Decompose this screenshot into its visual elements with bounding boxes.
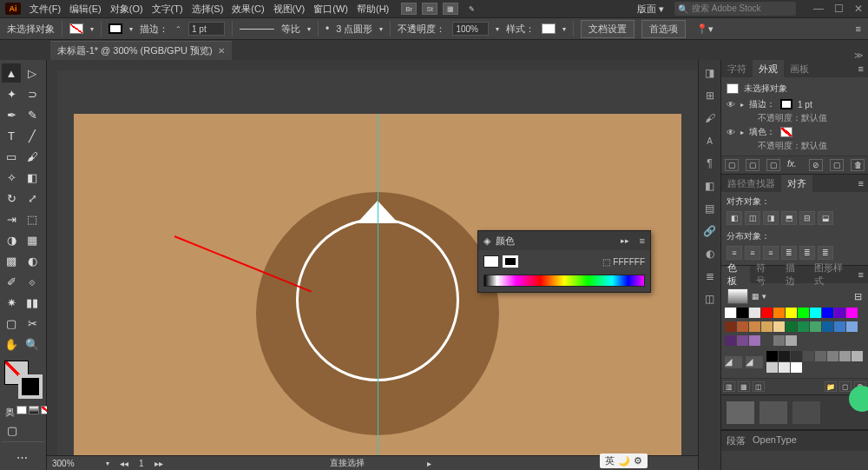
paragraph-icon[interactable]: ¶: [702, 156, 718, 171]
tab-swatches[interactable]: 色板: [721, 266, 750, 283]
swatch-color[interactable]: [737, 335, 748, 346]
swatch-color[interactable]: [725, 308, 736, 318]
menu-type[interactable]: 文字(T): [152, 3, 183, 16]
add-stroke-icon[interactable]: ▢: [746, 159, 760, 171]
artboard-nav-num[interactable]: 1: [139, 459, 144, 468]
swatch-color[interactable]: [810, 308, 821, 318]
menu-help[interactable]: 帮助(H): [357, 3, 389, 16]
swatch-color[interactable]: [852, 351, 863, 361]
width-tool-icon[interactable]: ⇥: [2, 209, 21, 228]
zoom-tool-icon[interactable]: 🔍: [23, 334, 42, 354]
hand-tool-icon[interactable]: ✋: [2, 334, 21, 354]
tab-graphic-styles[interactable]: 图形样式: [808, 266, 854, 283]
color-fill-swatch[interactable]: [483, 255, 499, 268]
panel-menu-icon[interactable]: ≡: [854, 63, 868, 74]
swatch-color[interactable]: [798, 321, 809, 332]
panel-menu-icon[interactable]: ≡: [854, 269, 868, 280]
swatch-libraries-icon[interactable]: ▥: [723, 381, 735, 392]
hex-value[interactable]: FFFFFF: [613, 257, 645, 267]
appearance-stroke-opacity[interactable]: 不透明度：默认值: [727, 112, 863, 124]
swatch-preview-box[interactable]: [727, 288, 748, 304]
duplicate-icon[interactable]: ▢: [830, 159, 844, 171]
stroke-swatch[interactable]: [108, 23, 122, 34]
dist-bottom-icon[interactable]: ≡: [763, 246, 779, 260]
cloud-icon[interactable]: ✎: [464, 3, 479, 15]
zoom-display[interactable]: 300%: [52, 459, 95, 468]
swatch-color[interactable]: [839, 351, 851, 361]
ime-indicator[interactable]: 英 🌙 ⚙: [600, 453, 648, 468]
artboard-tool-icon[interactable]: ▢: [2, 314, 21, 333]
screen-mode-icon[interactable]: ▢: [5, 424, 19, 436]
swatch-color[interactable]: [725, 335, 736, 346]
clear-icon[interactable]: ⊘: [809, 159, 823, 171]
swatch-color[interactable]: [749, 308, 760, 318]
color-spectrum[interactable]: [483, 275, 645, 287]
swatch-color[interactable]: [761, 335, 773, 346]
tab-character[interactable]: 字符: [721, 60, 753, 77]
document-tab[interactable]: 未标题-1* @ 300% (RGB/GPU 预览) ✕: [50, 41, 232, 60]
rectangle-tool-icon[interactable]: ▭: [2, 147, 21, 166]
eraser-tool-icon[interactable]: ◧: [23, 168, 42, 187]
eyedropper-tool-icon[interactable]: ✐: [2, 272, 21, 291]
chevron-right-icon[interactable]: ▸: [740, 101, 744, 109]
actions-icon[interactable]: ▤: [702, 201, 718, 216]
doc-setup-button[interactable]: 文档设置: [581, 20, 635, 38]
scale-tool-icon[interactable]: ⤢: [23, 189, 42, 208]
tab-stroke[interactable]: 描边: [779, 266, 808, 283]
swatch-color[interactable]: [773, 335, 785, 346]
transform-icon[interactable]: ◧: [702, 178, 718, 194]
swatch-color[interactable]: [761, 321, 773, 332]
menu-view[interactable]: 视图(V): [273, 3, 306, 16]
close-icon[interactable]: ✕: [854, 3, 863, 15]
bridge-icon[interactable]: Br: [401, 3, 417, 15]
line-tool-icon[interactable]: ╱: [23, 126, 42, 145]
swatch-color[interactable]: [766, 351, 778, 361]
tab-appearance[interactable]: 外观: [753, 60, 784, 77]
visibility-icon[interactable]: 👁: [727, 100, 735, 109]
links-icon[interactable]: 🔗: [702, 223, 718, 239]
menu-window[interactable]: 窗口(W): [313, 3, 348, 16]
panel-menu-icon[interactable]: ≡: [854, 178, 868, 189]
swatch-color[interactable]: [779, 351, 790, 361]
guide-vertical[interactable]: [378, 114, 378, 461]
tab-opentype[interactable]: OpenType: [753, 434, 797, 447]
swatch-color[interactable]: [834, 308, 845, 318]
swatch-color[interactable]: [846, 308, 858, 318]
graph-tool-icon[interactable]: ▮▮: [23, 293, 42, 312]
tab-paragraph[interactable]: 段落: [727, 434, 746, 447]
swatch-color[interactable]: [815, 351, 826, 361]
brush-thumb[interactable]: [792, 401, 820, 424]
new-group-icon[interactable]: 📁: [825, 381, 837, 392]
swatch-options-icon[interactable]: ◫: [753, 381, 765, 392]
menu-object[interactable]: 对象(O): [110, 3, 143, 16]
swatch-color[interactable]: [791, 362, 802, 373]
align-bottom-icon[interactable]: ⬓: [818, 211, 833, 225]
swatch-color[interactable]: [791, 351, 802, 361]
swatch-color[interactable]: [786, 308, 797, 318]
brushes-icon[interactable]: 🖌: [702, 110, 718, 126]
artboard-nav-next-icon[interactable]: ▸▸: [155, 459, 163, 468]
perspective-tool-icon[interactable]: ▦: [23, 230, 42, 249]
tab-symbols[interactable]: 符号: [750, 266, 779, 283]
color-guide-icon[interactable]: ◐: [702, 246, 718, 261]
fill-dropdown[interactable]: ▾: [90, 25, 94, 33]
swatch-color[interactable]: [737, 321, 748, 332]
dist-left-icon[interactable]: ≣: [781, 246, 797, 260]
tab-overflow-icon[interactable]: ≫: [854, 50, 863, 60]
style-swatch[interactable]: [542, 23, 556, 34]
panel-collapse-icon[interactable]: ▸▸: [621, 236, 629, 245]
appearance-fill-swatch[interactable]: [780, 127, 792, 137]
dist-top-icon[interactable]: ≡: [727, 246, 742, 260]
swatch-color[interactable]: [786, 321, 797, 332]
align-right-icon[interactable]: ◨: [763, 211, 779, 225]
stroke-dropdown[interactable]: ▾: [129, 25, 133, 33]
color-panel[interactable]: ◈ 颜色 ▸▸ ≡ ⬚ FFFFFF: [477, 230, 651, 293]
swatch-kind-icon[interactable]: ▦: [738, 381, 750, 392]
align-vcenter-icon[interactable]: ⊟: [799, 211, 815, 225]
prefs-button[interactable]: 首选项: [641, 20, 686, 38]
appearance-stroke-val[interactable]: 1 pt: [798, 100, 812, 109]
blend-tool-icon[interactable]: ⟐: [23, 272, 42, 291]
swatch-color[interactable]: [737, 308, 748, 318]
properties-icon[interactable]: ◨: [702, 65, 718, 81]
fill-swatch[interactable]: [69, 23, 83, 34]
